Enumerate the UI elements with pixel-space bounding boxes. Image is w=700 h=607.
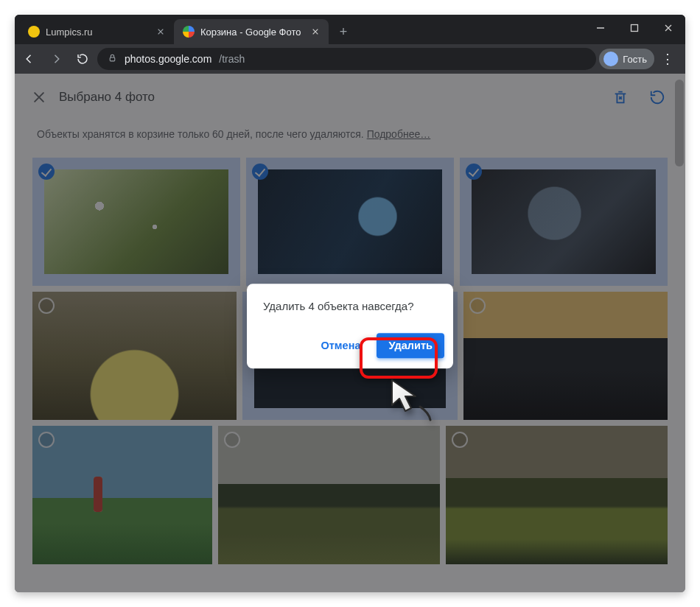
browser-toolbar: photos.google.com/trash Гость ⋮ [15,44,685,74]
confirm-delete-button[interactable]: Удалить [377,333,444,358]
cancel-button[interactable]: Отмена [312,334,369,357]
tab-title: Корзина - Google Фото [200,27,301,38]
favicon-icon [183,26,195,38]
address-bar[interactable]: photos.google.com/trash [97,48,596,70]
page-viewport: Выбрано 4 фото Объекты хранятся в корзин… [15,74,685,592]
tab-google-photos-trash[interactable]: Корзина - Google Фото [174,19,329,44]
window-minimize-button[interactable] [584,15,617,41]
tab-title: Lumpics.ru [46,27,93,38]
avatar-icon [603,52,618,66]
minimize-icon [596,24,605,32]
tab-lumpics[interactable]: Lumpics.ru [19,19,174,44]
favicon-icon [28,26,40,38]
arrow-left-icon [23,52,36,66]
url-host: photos.google.com [125,53,211,65]
svg-rect-0 [631,25,638,32]
annotation-cursor-icon [388,376,435,423]
new-tab-button[interactable]: + [333,21,354,42]
profile-label: Гость [623,54,647,65]
maximize-icon [630,24,639,32]
arrow-right-icon [49,52,63,66]
nav-reload-button[interactable] [71,47,94,71]
nav-back-button[interactable] [18,47,41,71]
svg-rect-1 [110,57,115,61]
dialog-actions: Отмена Удалить [263,333,447,358]
close-icon [312,28,319,35]
tab-close-button[interactable] [155,26,167,38]
window-controls [584,15,685,41]
tab-close-button[interactable] [309,26,321,38]
close-icon [157,28,164,35]
profile-chip[interactable]: Гость [599,49,654,69]
browser-menu-button[interactable]: ⋮ [657,49,678,69]
url-path: /trash [219,53,245,65]
browser-window: Lumpics.ru Корзина - Google Фото + [15,15,685,592]
reload-icon [76,52,89,66]
nav-forward-button[interactable] [44,47,68,71]
dialog-title: Удалить 4 объекта навсегда? [263,300,447,312]
window-close-button[interactable] [651,15,685,41]
confirm-delete-dialog: Удалить 4 объекта навсегда? Отмена Удали… [247,284,453,368]
lock-icon [108,53,117,65]
window-maximize-button[interactable] [617,15,651,41]
close-icon [664,24,673,32]
